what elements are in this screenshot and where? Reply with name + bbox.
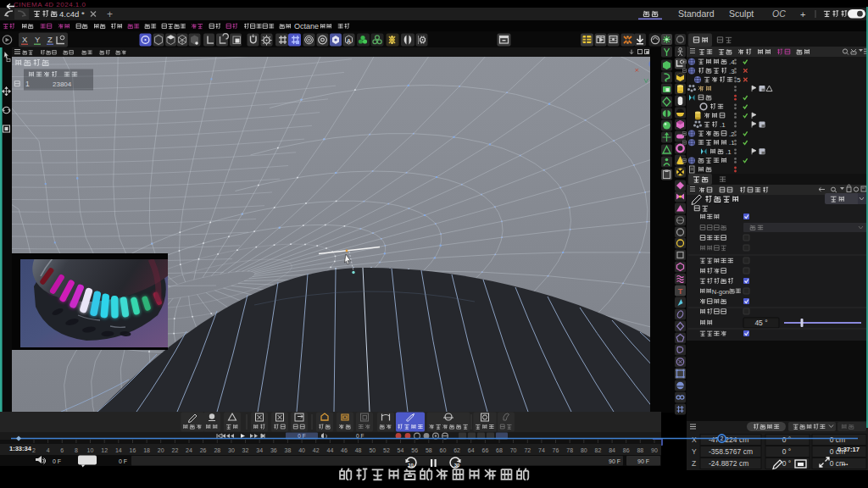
svg-text:0 °: 0 ° bbox=[782, 435, 792, 444]
svg-text:36: 36 bbox=[270, 447, 277, 453]
svg-text:CINEMA 4D 2024.1.0: CINEMA 4D 2024.1.0 bbox=[14, 1, 86, 8]
svg-text:86: 86 bbox=[623, 447, 630, 453]
svg-text:88: 88 bbox=[637, 447, 643, 453]
svg-text:8: 8 bbox=[75, 447, 78, 453]
svg-text:1: 1 bbox=[25, 80, 30, 88]
svg-text:-47.6224 cm: -47.6224 cm bbox=[709, 435, 748, 444]
svg-text:X: X bbox=[22, 35, 28, 44]
svg-text:24: 24 bbox=[186, 447, 192, 453]
svg-text:46: 46 bbox=[341, 447, 348, 453]
svg-text:10: 10 bbox=[408, 463, 414, 468]
svg-text:Y: Y bbox=[692, 447, 697, 456]
svg-text:-24.8872 cm: -24.8872 cm bbox=[709, 459, 748, 468]
svg-text:10: 10 bbox=[87, 447, 94, 453]
svg-text:42: 42 bbox=[313, 447, 320, 453]
svg-text:32: 32 bbox=[242, 447, 249, 453]
svg-text:2: 2 bbox=[721, 435, 724, 441]
svg-text:0 °: 0 ° bbox=[782, 447, 792, 456]
svg-text:0 °: 0 ° bbox=[782, 459, 792, 468]
svg-text:A: A bbox=[347, 37, 352, 45]
svg-text:66: 66 bbox=[482, 447, 489, 453]
svg-text:78: 78 bbox=[566, 447, 573, 453]
svg-text:52: 52 bbox=[383, 447, 390, 453]
svg-text:-358.5767 cm: -358.5767 cm bbox=[709, 447, 753, 456]
svg-text:12: 12 bbox=[101, 447, 108, 453]
svg-text:N-gon: N-gon bbox=[712, 288, 729, 296]
svg-text:.1: .1 bbox=[720, 121, 726, 129]
svg-text:30: 30 bbox=[454, 463, 460, 468]
svg-text:56: 56 bbox=[411, 447, 418, 453]
svg-text:23804: 23804 bbox=[53, 80, 72, 88]
svg-text:90: 90 bbox=[651, 447, 658, 453]
svg-text:70: 70 bbox=[510, 447, 517, 453]
svg-text:82: 82 bbox=[595, 447, 602, 453]
svg-text:62: 62 bbox=[453, 447, 460, 453]
svg-text:22: 22 bbox=[172, 447, 179, 453]
svg-text:16: 16 bbox=[130, 447, 136, 453]
svg-text:50: 50 bbox=[369, 447, 376, 453]
svg-text:X: X bbox=[692, 435, 697, 444]
svg-text:...: ... bbox=[842, 458, 849, 467]
svg-text:26: 26 bbox=[200, 447, 207, 453]
svg-text:+: + bbox=[800, 9, 805, 19]
svg-text:72: 72 bbox=[524, 447, 531, 453]
svg-text:90 F: 90 F bbox=[637, 458, 649, 464]
svg-text:0:37:17: 0:37:17 bbox=[837, 446, 860, 453]
svg-text:.1: .1 bbox=[726, 148, 732, 156]
svg-text:38: 38 bbox=[285, 447, 292, 453]
svg-text:Z: Z bbox=[47, 35, 53, 44]
svg-text:+: + bbox=[107, 8, 113, 20]
svg-text:64: 64 bbox=[468, 447, 475, 453]
svg-text:18: 18 bbox=[143, 447, 150, 453]
svg-text:34: 34 bbox=[256, 447, 263, 453]
svg-text:.1: .1 bbox=[729, 139, 735, 147]
svg-text:80: 80 bbox=[581, 447, 587, 453]
svg-text:0 F: 0 F bbox=[119, 458, 127, 464]
svg-text:44: 44 bbox=[327, 447, 334, 453]
svg-text:.2: .2 bbox=[729, 130, 735, 138]
svg-text:40: 40 bbox=[298, 447, 305, 453]
svg-text:Y: Y bbox=[35, 35, 41, 44]
svg-text:Octane: Octane bbox=[294, 22, 319, 30]
svg-text:28: 28 bbox=[214, 447, 220, 453]
svg-text:58: 58 bbox=[426, 447, 432, 453]
svg-text:T: T bbox=[678, 287, 683, 296]
svg-text:30: 30 bbox=[228, 447, 235, 453]
svg-text:0 F: 0 F bbox=[53, 458, 61, 464]
svg-text:Sculpt: Sculpt bbox=[729, 8, 754, 19]
svg-text:14: 14 bbox=[115, 447, 122, 453]
svg-text:48: 48 bbox=[355, 447, 362, 453]
svg-text:60: 60 bbox=[440, 447, 447, 453]
svg-text:OC: OC bbox=[772, 8, 786, 19]
svg-text:4.c4d *: 4.c4d * bbox=[59, 9, 85, 19]
svg-text:.3: .3 bbox=[729, 68, 735, 75]
svg-text:90 F: 90 F bbox=[609, 458, 620, 464]
svg-text:Standard: Standard bbox=[678, 8, 715, 19]
svg-text:76: 76 bbox=[553, 447, 559, 453]
svg-text:74: 74 bbox=[538, 447, 545, 453]
svg-text:1:33:34: 1:33:34 bbox=[9, 445, 32, 452]
svg-text:20: 20 bbox=[158, 447, 164, 453]
svg-text:4: 4 bbox=[47, 447, 50, 453]
svg-text:84: 84 bbox=[609, 447, 615, 453]
svg-text:6: 6 bbox=[60, 447, 64, 453]
svg-text:0 cm: 0 cm bbox=[830, 435, 845, 444]
svg-text:2: 2 bbox=[32, 447, 36, 453]
svg-text:.4: .4 bbox=[729, 58, 735, 66]
svg-text:68: 68 bbox=[496, 447, 503, 453]
svg-text:Z: Z bbox=[692, 459, 696, 468]
svg-text:45 °: 45 ° bbox=[754, 319, 767, 327]
svg-text:54: 54 bbox=[398, 447, 404, 453]
